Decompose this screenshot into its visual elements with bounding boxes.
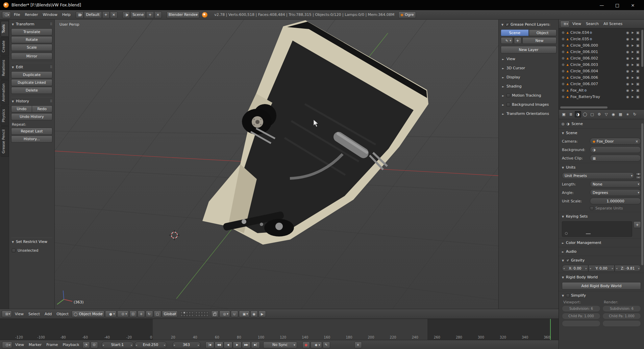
opengl-render-button[interactable]: ◉ xyxy=(250,310,258,317)
menu-item[interactable]: Frame xyxy=(44,340,60,349)
collapsed-triangle-icon[interactable] xyxy=(501,111,505,116)
viewport-shading-dropdown[interactable]: ● xyxy=(105,310,117,317)
properties-tab-icon[interactable]: ▽ xyxy=(603,111,610,118)
expand-toggle-icon[interactable] xyxy=(561,76,565,79)
lock-to-scene-button[interactable] xyxy=(211,310,219,317)
outliner-row[interactable]: Circle_006.003 xyxy=(559,61,644,68)
panel-header-edit[interactable]: Edit xyxy=(11,63,52,71)
menu-item[interactable]: View xyxy=(13,340,26,349)
object-name[interactable]: Circle_006.001 xyxy=(570,50,598,54)
properties-tab-icon[interactable]: ▦ xyxy=(617,111,624,118)
gravity-axis-field[interactable]: Y:0.00 xyxy=(588,265,615,272)
scale-button[interactable]: Scale xyxy=(11,44,52,51)
panel-header-keying-sets[interactable]: Keying Sets xyxy=(559,213,644,220)
mirror-button[interactable]: Mirror xyxy=(11,53,52,60)
previous-keyframe-button[interactable] xyxy=(215,342,223,348)
expand-toggle-icon[interactable] xyxy=(561,82,565,86)
panel-header-simplify[interactable]: Simplify xyxy=(559,292,644,299)
object-name[interactable]: Circle.034 xyxy=(570,30,589,35)
menu-item[interactable]: Window xyxy=(41,10,60,19)
tab-relations[interactable]: Relations xyxy=(1,56,9,79)
properties-tab-icon[interactable]: ∗ xyxy=(624,111,631,118)
collapsed-triangle-icon[interactable] xyxy=(561,249,565,254)
panel-drag-icon[interactable] xyxy=(50,99,52,103)
expand-triangle-icon[interactable] xyxy=(501,22,504,27)
layout-close-icon[interactable]: × xyxy=(110,11,118,18)
tab-create[interactable]: Create xyxy=(1,37,9,56)
pivot-align-toggle[interactable]: ⊡ xyxy=(129,310,137,317)
undo-history-button[interactable]: Undo History xyxy=(11,113,52,120)
editor-type-button[interactable]: ⓘ xyxy=(2,11,11,18)
object-name[interactable]: Circle_006.000 xyxy=(570,43,598,48)
properties-vertical-scrollbar[interactable] xyxy=(641,123,643,265)
outliner-row[interactable]: Circle.035 ⚙ xyxy=(559,36,644,42)
add-keying-set-button[interactable]: + xyxy=(634,221,641,228)
proportional-edit-dropdown[interactable]: ◎ xyxy=(219,310,230,317)
translate-button[interactable]: Translate xyxy=(11,28,52,35)
renderability-camera-icon[interactable] xyxy=(636,82,640,86)
outliner-row[interactable]: Fox_BatteryTray xyxy=(559,94,644,100)
collapsed-triangle-icon[interactable] xyxy=(501,57,505,61)
tab-tools[interactable]: Tools xyxy=(1,21,9,36)
simplify-child-viewport-field[interactable]: Child Pa: 1.000 xyxy=(562,313,600,319)
selectability-cursor-icon[interactable] xyxy=(630,44,635,47)
panel-header-history[interactable]: History xyxy=(11,97,52,105)
menu-item[interactable]: View xyxy=(570,20,584,28)
visibility-eye-icon[interactable] xyxy=(625,69,630,73)
selectability-cursor-icon[interactable] xyxy=(630,69,635,73)
menu-item[interactable]: View xyxy=(13,309,26,319)
panel-header-units[interactable]: Units xyxy=(559,164,644,171)
outliner-row[interactable]: Circle_006.000 xyxy=(559,42,644,49)
tab-animation[interactable]: Animation xyxy=(1,80,9,105)
visibility-eye-icon[interactable] xyxy=(625,76,630,79)
expand-triangle-icon[interactable] xyxy=(11,65,15,69)
visibility-eye-icon[interactable] xyxy=(625,56,630,60)
expand-triangle-icon[interactable] xyxy=(11,22,15,26)
expand-toggle-icon[interactable] xyxy=(561,95,565,99)
pin-icon[interactable]: ◎ xyxy=(562,122,565,126)
expand-toggle-icon[interactable] xyxy=(561,31,565,34)
object-name[interactable]: Circle_006.006 xyxy=(570,75,598,80)
selectability-cursor-icon[interactable] xyxy=(630,89,635,92)
start-frame-field[interactable]: Start:1 xyxy=(101,342,134,348)
editor-type-button[interactable]: ≣ xyxy=(560,21,570,27)
panel-drag-icon[interactable] xyxy=(50,22,52,26)
unit-scale-field[interactable]: 1.000000 xyxy=(590,198,641,204)
gp-object-tab[interactable]: Object xyxy=(529,29,557,36)
expand-triangle-icon[interactable] xyxy=(561,214,565,219)
menu-item[interactable]: Select xyxy=(26,309,42,319)
expand-toggle-icon[interactable] xyxy=(561,63,565,67)
simplify-checkbox[interactable] xyxy=(566,294,570,297)
preview-range-button[interactable]: ◔ xyxy=(82,342,90,348)
orientation-dropdown[interactable]: Global xyxy=(162,310,178,317)
rotate-button[interactable]: Rotate xyxy=(11,36,52,43)
selectability-cursor-icon[interactable] xyxy=(630,95,635,99)
expand-toggle-icon[interactable] xyxy=(561,37,565,41)
background-field[interactable]: ◑ xyxy=(590,146,641,153)
panel-header-grease-pencil[interactable]: Grease Pencil Layers: xyxy=(501,21,556,28)
record-button[interactable] xyxy=(302,342,310,348)
play-button[interactable] xyxy=(233,342,242,348)
new-layer-button[interactable]: New Layer xyxy=(501,46,556,53)
scene-name[interactable]: Scene xyxy=(130,11,146,18)
object-name[interactable]: Circle.035 xyxy=(570,37,589,41)
expand-triangle-icon[interactable] xyxy=(561,258,565,263)
delete-keyframe-button[interactable]: × xyxy=(354,342,362,348)
panel-header-motion-tracking[interactable]: Motion Tracking xyxy=(501,91,556,100)
gravity-checkbox[interactable] xyxy=(566,258,570,262)
simplify-extra-field[interactable] xyxy=(562,320,600,327)
gravity-axis-field[interactable]: X:0.00 xyxy=(562,265,588,272)
menu-item[interactable]: Playback xyxy=(60,340,81,349)
expand-triangle-icon[interactable] xyxy=(11,99,15,103)
visibility-eye-icon[interactable] xyxy=(625,50,630,54)
object-name[interactable]: Circle_006.003 xyxy=(570,63,598,67)
expand-toggle-icon[interactable] xyxy=(561,50,565,54)
timeline-tracks[interactable]: -120-100-80-60-40-2002040608010012014016… xyxy=(0,319,559,340)
visibility-eye-icon[interactable] xyxy=(625,95,630,99)
outliner-vertical-scrollbar[interactable] xyxy=(641,30,643,67)
scene-browse-icon[interactable]: ◑ xyxy=(122,11,130,18)
collapsed-triangle-icon[interactable] xyxy=(501,84,505,89)
manipulator-translate-button[interactable]: ✛ xyxy=(138,310,145,317)
outliner-row[interactable]: Circle_006.001 xyxy=(559,49,644,55)
collapsed-triangle-icon[interactable] xyxy=(501,102,505,107)
